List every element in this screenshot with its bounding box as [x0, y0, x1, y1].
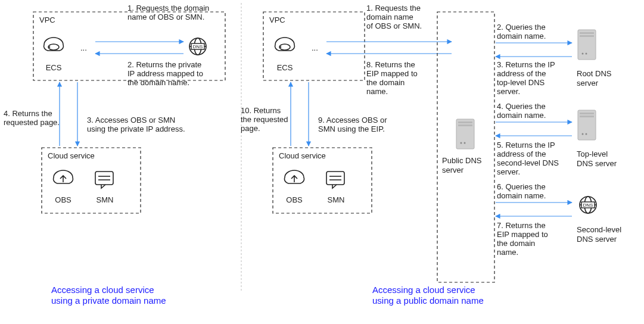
root-dns-l1: Root DNS — [577, 69, 612, 78]
title-left-l2: using a private domain name — [51, 295, 166, 306]
obs-icon-left — [53, 170, 73, 183]
ellipsis-right: ... — [312, 43, 318, 52]
title-right-l2: using a public domain name — [372, 295, 484, 306]
text-right-step7: 7. Returns the EIP mapped to the domain … — [497, 221, 550, 257]
left-panel: VPC ECS ... 1. Requests the domain name … — [4, 4, 225, 306]
ellipsis-left: ... — [80, 43, 87, 52]
text-left-step2: 2. Returns the private IP address mapped… — [127, 60, 206, 87]
ecs-label-right: ECS — [277, 63, 293, 72]
text-right-step4: 4. Queries the domain name. — [497, 102, 547, 120]
second-dns-l2: DNS server — [577, 235, 617, 244]
ecs-icon-left — [43, 38, 63, 51]
text-right-step5: 5. Returns the IP address of the second-… — [497, 141, 561, 176]
text-right-step1: 1. Requests the domain name of OBS or SM… — [366, 4, 423, 30]
text-right-step9: 9. Accesses OBS or SMN using the EIP. — [318, 116, 389, 133]
public-dns-label2: server — [442, 166, 464, 175]
top-dns-l1: Top-level — [577, 149, 608, 158]
smn-icon-right — [326, 172, 344, 188]
diagram-root: DNS VPC ECS ... — [0, 0, 644, 324]
smn-icon-left — [95, 172, 113, 188]
second-dns-icon — [580, 197, 596, 213]
top-dns-server-icon — [578, 110, 596, 140]
dns-icon-left — [189, 38, 206, 55]
text-right-step6: 6. Queries the domain name. — [497, 182, 547, 200]
right-panel: VPC ECS ... 1. Requests the domain name … — [241, 4, 621, 306]
smn-label-right: SMN — [328, 195, 345, 204]
title-left-l1: Accessing a cloud service — [51, 285, 154, 295]
root-dns-server-icon — [578, 30, 596, 60]
text-left-step3: 3. Accesses OBS or SMN using the private… — [87, 116, 185, 133]
text-right-step3: 3. Returns the IP address of the top-lev… — [497, 60, 557, 96]
obs-icon-right — [284, 170, 304, 183]
smn-label-left: SMN — [97, 195, 114, 204]
vpc-label-left: VPC — [39, 15, 55, 24]
obs-label-right: OBS — [286, 195, 303, 204]
obs-label-left: OBS — [55, 195, 71, 204]
text-left-step4: 4. Returns the requested page. — [4, 109, 60, 127]
top-dns-l2: DNS server — [577, 159, 617, 168]
ecs-icon-right — [275, 38, 294, 51]
cloud-service-label-left: Cloud service — [48, 151, 95, 160]
public-dns-label1: Public DNS — [442, 156, 482, 165]
ecs-label-left: ECS — [46, 63, 62, 72]
text-right-step2: 2. Queries the domain name. — [497, 23, 547, 40]
text-left-step1: 1. Requests the domain name of OBS or SM… — [127, 4, 211, 21]
public-dns-server-icon — [456, 119, 474, 149]
second-dns-l1: Second-level — [577, 225, 621, 234]
text-right-step10: 10. Returns the requested page. — [241, 106, 290, 133]
title-right-l1: Accessing a cloud service — [372, 285, 475, 295]
root-dns-l2: server — [577, 79, 599, 88]
cloud-service-label-right: Cloud service — [279, 151, 326, 160]
vpc-label-right: VPC — [269, 15, 285, 24]
text-right-step8: 8. Returns the EIP mapped to the domain … — [366, 60, 419, 96]
